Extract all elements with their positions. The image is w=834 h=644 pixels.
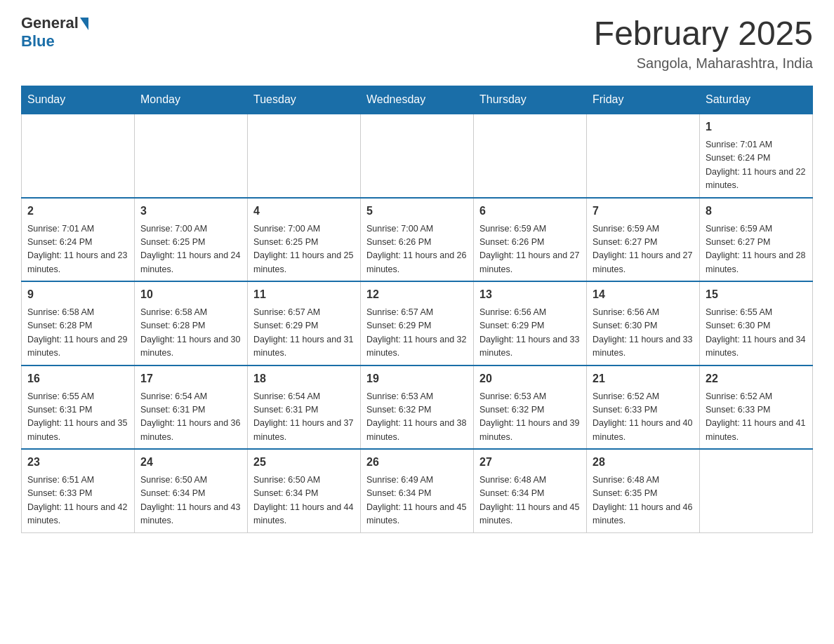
day-info: Sunrise: 6:53 AM Sunset: 6:32 PM Dayligh… [366, 390, 468, 445]
day-info: Sunrise: 6:48 AM Sunset: 6:35 PM Dayligh… [593, 474, 694, 528]
logo: General Blue [21, 14, 88, 51]
day-number: 26 [366, 454, 468, 471]
calendar-week-3: 9Sunrise: 6:58 AM Sunset: 6:28 PM Daylig… [22, 281, 813, 365]
calendar-week-4: 16Sunrise: 6:55 AM Sunset: 6:31 PM Dayli… [22, 365, 813, 450]
day-number: 27 [479, 454, 581, 471]
calendar-cell-w3-d5: 13Sunrise: 6:56 AM Sunset: 6:29 PM Dayli… [474, 281, 587, 365]
calendar-cell-w3-d2: 10Sunrise: 6:58 AM Sunset: 6:28 PM Dayli… [135, 281, 248, 365]
calendar-cell-w4-d5: 20Sunrise: 6:53 AM Sunset: 6:32 PM Dayli… [474, 365, 587, 450]
day-info: Sunrise: 6:48 AM Sunset: 6:34 PM Dayligh… [479, 474, 581, 528]
calendar-cell-w5-d4: 26Sunrise: 6:49 AM Sunset: 6:34 PM Dayli… [361, 449, 474, 532]
title-area: February 2025 Sangola, Maharashtra, Indi… [594, 14, 813, 72]
calendar-cell-w2-d7: 8Sunrise: 6:59 AM Sunset: 6:27 PM Daylig… [700, 198, 813, 282]
logo-blue-text: Blue [21, 32, 55, 51]
month-title: February 2025 [594, 14, 813, 53]
day-number: 3 [140, 203, 241, 220]
calendar-cell-w4-d4: 19Sunrise: 6:53 AM Sunset: 6:32 PM Dayli… [361, 365, 474, 450]
calendar-cell-w4-d2: 17Sunrise: 6:54 AM Sunset: 6:31 PM Dayli… [135, 365, 248, 450]
calendar-cell-w5-d5: 27Sunrise: 6:48 AM Sunset: 6:34 PM Dayli… [474, 449, 587, 532]
day-number: 22 [706, 370, 807, 387]
day-info: Sunrise: 6:52 AM Sunset: 6:33 PM Dayligh… [706, 390, 807, 445]
day-info: Sunrise: 7:00 AM Sunset: 6:25 PM Dayligh… [253, 222, 355, 277]
day-info: Sunrise: 6:57 AM Sunset: 6:29 PM Dayligh… [253, 306, 355, 361]
day-info: Sunrise: 6:56 AM Sunset: 6:29 PM Dayligh… [479, 306, 581, 361]
calendar-cell-w5-d3: 25Sunrise: 6:50 AM Sunset: 6:34 PM Dayli… [248, 449, 361, 532]
day-info: Sunrise: 7:00 AM Sunset: 6:25 PM Dayligh… [140, 222, 241, 277]
day-number: 1 [706, 119, 807, 135]
logo-triangle-icon [80, 18, 88, 30]
day-number: 21 [593, 370, 694, 387]
day-number: 11 [253, 286, 355, 303]
calendar-cell-w4-d3: 18Sunrise: 6:54 AM Sunset: 6:31 PM Dayli… [248, 365, 361, 450]
calendar-cell-w1-d4 [361, 114, 474, 198]
day-number: 6 [479, 203, 581, 220]
day-number: 28 [593, 454, 694, 471]
header-friday: Friday [587, 86, 700, 114]
calendar-cell-w1-d2 [135, 114, 248, 198]
calendar-week-2: 2Sunrise: 7:01 AM Sunset: 6:24 PM Daylig… [22, 198, 813, 282]
day-number: 18 [253, 370, 355, 387]
day-info: Sunrise: 6:49 AM Sunset: 6:34 PM Dayligh… [366, 474, 468, 528]
day-info: Sunrise: 6:53 AM Sunset: 6:32 PM Dayligh… [479, 390, 581, 445]
header-monday: Monday [135, 86, 248, 114]
day-info: Sunrise: 7:00 AM Sunset: 6:26 PM Dayligh… [366, 222, 468, 277]
calendar-cell-w5-d2: 24Sunrise: 6:50 AM Sunset: 6:34 PM Dayli… [135, 449, 248, 532]
calendar-cell-w3-d4: 12Sunrise: 6:57 AM Sunset: 6:29 PM Dayli… [361, 281, 474, 365]
calendar-week-1: 1Sunrise: 7:01 AM Sunset: 6:24 PM Daylig… [22, 114, 813, 198]
day-info: Sunrise: 6:57 AM Sunset: 6:29 PM Dayligh… [366, 306, 468, 361]
day-number: 2 [27, 203, 128, 220]
calendar-cell-w4-d7: 22Sunrise: 6:52 AM Sunset: 6:33 PM Dayli… [700, 365, 813, 450]
day-info: Sunrise: 6:54 AM Sunset: 6:31 PM Dayligh… [253, 390, 355, 445]
day-info: Sunrise: 6:50 AM Sunset: 6:34 PM Dayligh… [140, 474, 241, 528]
day-info: Sunrise: 6:50 AM Sunset: 6:34 PM Dayligh… [253, 474, 355, 528]
day-info: Sunrise: 7:01 AM Sunset: 6:24 PM Dayligh… [706, 138, 807, 193]
calendar-cell-w3-d6: 14Sunrise: 6:56 AM Sunset: 6:30 PM Dayli… [587, 281, 700, 365]
location-subtitle: Sangola, Maharashtra, India [594, 55, 813, 72]
header-wednesday: Wednesday [361, 86, 474, 114]
day-number: 10 [140, 286, 241, 303]
day-info: Sunrise: 7:01 AM Sunset: 6:24 PM Dayligh… [27, 222, 128, 277]
header-saturday: Saturday [700, 86, 813, 114]
calendar-week-5: 23Sunrise: 6:51 AM Sunset: 6:33 PM Dayli… [22, 449, 813, 532]
calendar-cell-w4-d1: 16Sunrise: 6:55 AM Sunset: 6:31 PM Dayli… [22, 365, 135, 450]
calendar-table: Sunday Monday Tuesday Wednesday Thursday… [21, 86, 813, 533]
day-number: 9 [27, 286, 128, 303]
calendar-cell-w1-d5 [474, 114, 587, 198]
day-number: 17 [140, 370, 241, 387]
day-info: Sunrise: 6:55 AM Sunset: 6:30 PM Dayligh… [706, 306, 807, 361]
day-info: Sunrise: 6:59 AM Sunset: 6:27 PM Dayligh… [706, 222, 807, 277]
calendar-cell-w3-d1: 9Sunrise: 6:58 AM Sunset: 6:28 PM Daylig… [22, 281, 135, 365]
day-info: Sunrise: 6:59 AM Sunset: 6:26 PM Dayligh… [479, 222, 581, 277]
calendar-cell-w2-d5: 6Sunrise: 6:59 AM Sunset: 6:26 PM Daylig… [474, 198, 587, 282]
day-number: 20 [479, 370, 581, 387]
day-info: Sunrise: 6:51 AM Sunset: 6:33 PM Dayligh… [27, 474, 128, 528]
calendar-cell-w5-d1: 23Sunrise: 6:51 AM Sunset: 6:33 PM Dayli… [22, 449, 135, 532]
day-number: 7 [593, 203, 694, 220]
calendar-header-row: Sunday Monday Tuesday Wednesday Thursday… [22, 86, 813, 114]
day-number: 14 [593, 286, 694, 303]
day-info: Sunrise: 6:58 AM Sunset: 6:28 PM Dayligh… [140, 306, 241, 361]
calendar-cell-w1-d6 [587, 114, 700, 198]
day-number: 5 [366, 203, 468, 220]
calendar-cell-w2-d6: 7Sunrise: 6:59 AM Sunset: 6:27 PM Daylig… [587, 198, 700, 282]
day-number: 19 [366, 370, 468, 387]
header-tuesday: Tuesday [248, 86, 361, 114]
page-header: General Blue February 2025 Sangola, Maha… [21, 14, 813, 72]
day-number: 25 [253, 454, 355, 471]
calendar-cell-w1-d3 [248, 114, 361, 198]
calendar-cell-w4-d6: 21Sunrise: 6:52 AM Sunset: 6:33 PM Dayli… [587, 365, 700, 450]
calendar-cell-w1-d7: 1Sunrise: 7:01 AM Sunset: 6:24 PM Daylig… [700, 114, 813, 198]
day-info: Sunrise: 6:59 AM Sunset: 6:27 PM Dayligh… [593, 222, 694, 277]
calendar-cell-w3-d7: 15Sunrise: 6:55 AM Sunset: 6:30 PM Dayli… [700, 281, 813, 365]
day-info: Sunrise: 6:56 AM Sunset: 6:30 PM Dayligh… [593, 306, 694, 361]
day-number: 23 [27, 454, 128, 471]
day-number: 12 [366, 286, 468, 303]
day-info: Sunrise: 6:52 AM Sunset: 6:33 PM Dayligh… [593, 390, 694, 445]
header-sunday: Sunday [22, 86, 135, 114]
calendar-cell-w1-d1 [22, 114, 135, 198]
day-number: 8 [706, 203, 807, 220]
calendar-cell-w3-d3: 11Sunrise: 6:57 AM Sunset: 6:29 PM Dayli… [248, 281, 361, 365]
logo-general-text: General [21, 14, 79, 32]
calendar-cell-w5-d7 [700, 449, 813, 532]
calendar-cell-w2-d2: 3Sunrise: 7:00 AM Sunset: 6:25 PM Daylig… [135, 198, 248, 282]
